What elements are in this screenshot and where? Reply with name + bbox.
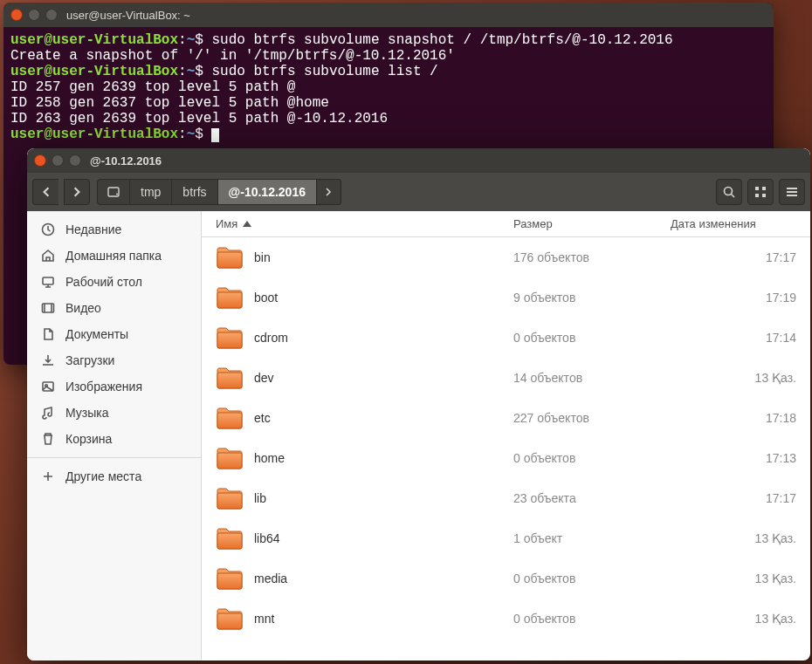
minimize-button[interactable] bbox=[28, 9, 40, 21]
file-name: lib64 bbox=[254, 531, 280, 545]
home-icon bbox=[41, 249, 55, 263]
file-row[interactable]: dev14 объектов13 Қаз. bbox=[202, 358, 810, 398]
doc-icon bbox=[41, 327, 55, 341]
minimize-button[interactable] bbox=[52, 154, 64, 167]
file-name: media bbox=[254, 572, 287, 585]
column-size-label: Размер bbox=[513, 217, 553, 230]
close-button[interactable] bbox=[34, 154, 46, 167]
sidebar-item[interactable]: Музыка bbox=[27, 400, 201, 426]
sidebar-item[interactable]: Документы bbox=[27, 321, 201, 347]
folder-icon bbox=[216, 446, 244, 470]
breadcrumb-item[interactable]: tmp bbox=[130, 179, 172, 205]
breadcrumb-root[interactable] bbox=[97, 179, 130, 205]
column-header-date[interactable]: Дата изменения bbox=[671, 217, 810, 230]
file-name: cdrom bbox=[254, 331, 288, 345]
file-row[interactable]: etc227 объектов17:18 bbox=[202, 398, 810, 438]
file-row[interactable]: home0 объектов17:13 bbox=[202, 438, 810, 478]
breadcrumb-item[interactable]: @-10.12.2016 bbox=[218, 179, 317, 205]
clock-icon bbox=[41, 222, 55, 236]
hamburger-icon bbox=[785, 185, 799, 199]
sidebar-item[interactable]: Недавние bbox=[27, 216, 201, 243]
file-date: 13 Қаз. bbox=[671, 531, 810, 545]
file-rows[interactable]: bin176 объектов17:17boot9 объектов17:19c… bbox=[202, 237, 810, 661]
file-row[interactable]: cdrom0 объектов17:14 bbox=[202, 318, 810, 358]
terminal-title: user@user-VirtualBox: ~ bbox=[66, 9, 190, 22]
folder-icon bbox=[216, 245, 244, 270]
file-manager-titlebar[interactable]: @-10.12.2016 bbox=[27, 148, 810, 173]
file-size: 0 объектов bbox=[513, 572, 671, 585]
sort-ascending-icon bbox=[243, 221, 251, 227]
file-size: 227 объектов bbox=[513, 411, 671, 425]
desktop-icon bbox=[41, 275, 55, 289]
file-size: 23 объекта bbox=[513, 491, 671, 505]
sidebar-item-label: Домашняя папка bbox=[65, 249, 162, 263]
sidebar-separator bbox=[27, 457, 201, 458]
file-name: etc bbox=[254, 411, 271, 425]
video-icon bbox=[41, 301, 55, 315]
folder-icon bbox=[216, 325, 244, 350]
column-headers: Имя Размер Дата изменения bbox=[202, 211, 810, 237]
sidebar-item-label: Недавние bbox=[65, 222, 121, 236]
breadcrumb-more[interactable] bbox=[317, 179, 341, 205]
file-manager-title: @-10.12.2016 bbox=[90, 154, 162, 168]
file-size: 176 объектов bbox=[513, 250, 671, 264]
download-icon bbox=[41, 353, 55, 367]
menu-button[interactable] bbox=[779, 179, 805, 205]
file-date: 17:17 bbox=[671, 250, 810, 264]
file-row[interactable]: bin176 объектов17:17 bbox=[202, 237, 810, 277]
close-button[interactable] bbox=[10, 9, 23, 21]
file-row[interactable]: media0 объектов13 Қаз. bbox=[202, 558, 810, 599]
file-date: 17:19 bbox=[671, 291, 810, 305]
file-name: bin bbox=[254, 250, 271, 264]
sidebar-item-label: Загрузки bbox=[65, 353, 114, 367]
file-list-panel: Имя Размер Дата изменения bin176 объекто… bbox=[202, 211, 810, 661]
maximize-button[interactable] bbox=[69, 154, 81, 167]
folder-icon bbox=[216, 486, 244, 510]
file-date: 17:17 bbox=[671, 491, 810, 505]
search-icon bbox=[722, 185, 736, 199]
view-mode-button[interactable] bbox=[747, 179, 774, 205]
file-row[interactable]: lib23 объекта17:17 bbox=[202, 478, 810, 518]
maximize-button[interactable] bbox=[45, 9, 58, 21]
file-name: dev bbox=[254, 371, 274, 385]
file-date: 13 Қаз. bbox=[671, 572, 810, 585]
file-date: 13 Қаз. bbox=[671, 612, 810, 626]
chevron-right-icon bbox=[325, 188, 332, 196]
file-row[interactable]: lib641 объект13 Қаз. bbox=[202, 518, 810, 558]
sidebar-item-label: Изображения bbox=[65, 380, 142, 394]
column-date-label: Дата изменения bbox=[671, 217, 756, 230]
sidebar-item[interactable]: Домашняя папка bbox=[27, 243, 201, 269]
sidebar-item-label: Корзина bbox=[65, 432, 112, 446]
sidebar-item-label: Рабочий стол bbox=[65, 275, 142, 289]
file-size: 0 объектов bbox=[513, 451, 671, 465]
sidebar-item[interactable]: Видео bbox=[27, 295, 201, 321]
sidebar-item[interactable]: Загрузки bbox=[27, 347, 201, 373]
back-button[interactable] bbox=[32, 179, 58, 205]
file-row[interactable]: mnt0 объектов13 Қаз. bbox=[202, 599, 810, 639]
plus-icon bbox=[41, 469, 55, 483]
file-manager-toolbar: tmpbtrfs@-10.12.2016 bbox=[27, 173, 810, 211]
column-header-size[interactable]: Размер bbox=[513, 217, 671, 230]
trash-icon bbox=[41, 432, 55, 446]
file-row[interactable]: boot9 объектов17:19 bbox=[202, 277, 810, 318]
column-header-name[interactable]: Имя bbox=[202, 217, 513, 230]
sidebar-other-places[interactable]: Другие места bbox=[27, 463, 201, 489]
folder-icon bbox=[216, 526, 244, 551]
sidebar-item-label: Видео bbox=[65, 301, 101, 315]
terminal-titlebar[interactable]: user@user-VirtualBox: ~ bbox=[3, 3, 774, 27]
svg-point-2 bbox=[725, 188, 733, 195]
svg-rect-5 bbox=[762, 187, 766, 190]
sidebar-item[interactable]: Рабочий стол bbox=[27, 269, 201, 295]
sidebar-item[interactable]: Изображения bbox=[27, 373, 201, 400]
folder-icon bbox=[216, 366, 244, 390]
sidebar-item-label: Другие места bbox=[65, 469, 141, 483]
sidebar-item-label: Музыка bbox=[65, 406, 109, 420]
breadcrumb-bar: tmpbtrfs@-10.12.2016 bbox=[97, 179, 341, 205]
file-name: boot bbox=[254, 291, 278, 305]
sidebar-item[interactable]: Корзина bbox=[27, 426, 201, 452]
forward-button[interactable] bbox=[64, 179, 90, 205]
sidebar-item-label: Документы bbox=[65, 327, 128, 341]
svg-rect-12 bbox=[43, 277, 53, 284]
breadcrumb-item[interactable]: btrfs bbox=[172, 179, 217, 205]
search-button[interactable] bbox=[716, 179, 742, 205]
